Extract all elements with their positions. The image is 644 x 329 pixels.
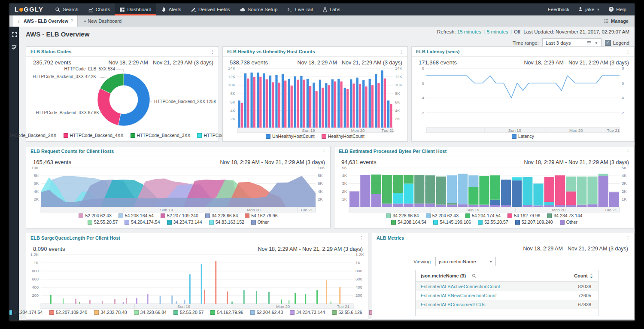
legend-swatch — [386, 213, 391, 218]
feedback-button[interactable]: Feedback — [544, 3, 574, 15]
left-sidebar — [9, 27, 19, 320]
tab-grip-icon: ⋮ — [17, 19, 21, 24]
legend-item[interactable]: HTTPCode_Backend_3XX — [131, 133, 191, 138]
panel-meta: 165,463 eventsNov 18, 2:29 AM - Nov 21, … — [26, 156, 330, 165]
legend-checkbox[interactable]: ✓ — [605, 40, 611, 46]
legend-item[interactable]: HTTPCode_Backend_4XX — [64, 133, 124, 138]
legend-item[interactable]: 34.228.66.84 — [205, 213, 238, 218]
legend-item[interactable]: 54.162.79.96 — [210, 310, 243, 315]
panel-menu-icon[interactable]: ⋮ — [399, 49, 404, 54]
legend-item[interactable]: 54.204.174.54 — [465, 213, 501, 218]
manage-button[interactable]: Manage — [604, 15, 635, 27]
legend-item[interactable]: 54.162.79.96 — [507, 213, 540, 218]
date-range: Nov 18, 2:29 AM - Nov 21, 2:29 AM (3 day… — [297, 60, 402, 66]
column-header-count[interactable]: Count — [574, 273, 590, 278]
tab-aws-elb-overview[interactable]: ⋮ AWS - ELB Overview × — [13, 15, 78, 27]
legend-swatch — [515, 220, 520, 225]
legend-item[interactable]: 54.145.199.106 — [433, 219, 471, 225]
legend-item[interactable]: 34.234.73.144 — [290, 310, 325, 315]
nav-item-derived-fields[interactable]: Derived Fields — [186, 3, 235, 15]
legend-item[interactable]: 52.204.62.43 — [250, 310, 283, 315]
refresh-5-link[interactable]: 5 minutes — [487, 29, 508, 34]
metric-link[interactable]: EstimatedALBNewConnectionCount — [416, 293, 497, 298]
fullscreen-icon[interactable] — [9, 29, 19, 40]
legend-item[interactable]: 34.234.73.144 — [167, 219, 202, 225]
table-row[interactable]: EstimatedALBNewConnectionCount72605 — [416, 291, 598, 300]
legend-item[interactable]: 54.208.164.54 — [391, 219, 426, 225]
legend-item[interactable]: 52.207.109.240 — [515, 219, 553, 225]
svg-text:Sun 19: Sun 19 — [177, 304, 190, 309]
date-range: Nov 18, 2:29 AM - Nov 21, 2:29 AM (3 day… — [258, 246, 363, 252]
viewing-select[interactable]: json.metricName▼ — [435, 257, 496, 266]
legend-item[interactable]: 54.204.174.54 — [125, 219, 160, 225]
sort-icon[interactable] — [590, 274, 598, 278]
legend-item[interactable]: Other — [251, 219, 269, 225]
refresh-off-link[interactable]: Off — [514, 29, 520, 34]
legend-item[interactable]: 34.232.78.48 — [94, 310, 127, 315]
panel-menu-icon[interactable]: ⋮ — [322, 149, 326, 154]
legend-item[interactable]: 52.207.109.240 — [161, 213, 198, 218]
nav-item-live-tail[interactable]: Live Tail — [282, 3, 317, 15]
panel-menu-icon[interactable]: ⋮ — [626, 149, 630, 154]
legend-item[interactable]: 54.208.164.54 — [118, 213, 154, 218]
nav-item-dashboard[interactable]: Dashboard — [115, 3, 156, 15]
loggly-logo[interactable]: LGGLY — [9, 3, 50, 15]
legend-label: 52.204.62.43 — [257, 310, 283, 315]
legend-item[interactable]: 52.55.6.126 — [332, 310, 362, 315]
viewing-controls: Viewing:json.metricName▼ — [413, 257, 496, 266]
edit-dashboard-icon[interactable] — [9, 42, 19, 52]
legend-row: 54.204.174.5452.207.109.24034.232.78.483… — [9, 310, 387, 315]
column-header-metric[interactable]: json.metricName (3) — [416, 273, 466, 278]
help-button[interactable]: ?Help — [605, 3, 630, 15]
svg-text:Sun 19: Sun 19 — [302, 128, 315, 133]
legend-swatch — [161, 213, 165, 218]
nav-item-labs[interactable]: Labs — [318, 3, 345, 15]
legend-item[interactable]: 34.234.73.144 — [547, 213, 582, 218]
panel-menu-icon[interactable]: ⋮ — [626, 236, 630, 241]
svg-text:Mon 20: Mon 20 — [276, 304, 290, 309]
nav-item-search[interactable]: Search — [50, 3, 83, 15]
nav-item-charts[interactable]: Charts — [83, 3, 115, 15]
legend-item[interactable]: Latency — [512, 134, 534, 139]
nav-item-source-setup[interactable]: Source Setup — [235, 3, 283, 15]
svg-text:14K: 14K — [228, 66, 236, 70]
tab-bar: ⋮ AWS - ELB Overview × + New Dashboard M… — [9, 15, 635, 27]
legend-item[interactable]: 52.55.20.57 — [173, 310, 204, 315]
metric-link[interactable]: EstimatedALBActiveConnectionCount — [416, 284, 500, 289]
legend-item[interactable]: HTTPCode_Backend_2XX — [9, 133, 57, 138]
legend-item[interactable]: 54.162.79.96 — [245, 213, 277, 218]
table-row[interactable]: EstimatedALBConsumedLCUs67838 — [416, 300, 598, 309]
refresh-15-link[interactable]: 15 minutes — [457, 29, 481, 34]
legend-item[interactable]: 52.55.20.57 — [478, 219, 508, 225]
panel-meta: 94,631 eventsNov 18, 2:29 AM - Nov 21, 2… — [334, 156, 634, 165]
svg-text:4K: 4K — [342, 173, 347, 178]
legend-item[interactable]: HealthyHostCount — [322, 134, 365, 139]
new-dashboard-button[interactable]: + New Dashboard — [78, 15, 128, 27]
panel-status-codes: ELB Status Codes⋮235,792 eventsNov 18, 2… — [26, 46, 219, 142]
legend-item[interactable]: 52.204.62.43 — [426, 213, 459, 218]
last-updated: Last Updated: November 21, 2017, 02:29:0… — [523, 29, 629, 34]
panel-menu-icon[interactable]: ⋮ — [210, 49, 215, 54]
legend-item[interactable]: 34.228.66.84 — [134, 310, 167, 315]
search-icon[interactable] — [472, 274, 477, 278]
legend-item[interactable]: UnHealthyHostCount — [266, 134, 315, 139]
tab-close-icon[interactable]: × — [71, 18, 73, 23]
legend-item[interactable]: 54.83.163.152 — [209, 219, 244, 225]
legend-item[interactable]: Other — [560, 219, 577, 225]
panel-menu-icon[interactable]: ⋮ — [359, 236, 364, 241]
legend-item[interactable]: 54.204.174.54 — [9, 310, 43, 315]
legend-item[interactable]: 52.207.109.240 — [49, 310, 87, 315]
legend-item[interactable]: 52.55.20.57 — [88, 219, 118, 225]
legend-swatch — [245, 213, 249, 218]
user-menu[interactable]: jake▼ — [574, 3, 604, 15]
table-row[interactable]: EstimatedALBActiveConnectionCount82038 — [416, 282, 598, 291]
legend-label: 52.204.62.43 — [432, 213, 459, 218]
metric-link[interactable]: EstimatedALBConsumedLCUs — [416, 302, 485, 307]
legend-label: Other — [566, 219, 577, 225]
legend-label: 54.204.174.54 — [131, 219, 160, 225]
panel-menu-icon[interactable]: ⋮ — [626, 49, 630, 54]
svg-text:2K: 2K — [230, 116, 235, 121]
legend-item[interactable]: 52.204.62.43 — [79, 213, 111, 218]
legend-item[interactable]: 34.228.66.84 — [386, 213, 419, 218]
nav-item-alerts[interactable]: Alerts — [156, 3, 186, 15]
